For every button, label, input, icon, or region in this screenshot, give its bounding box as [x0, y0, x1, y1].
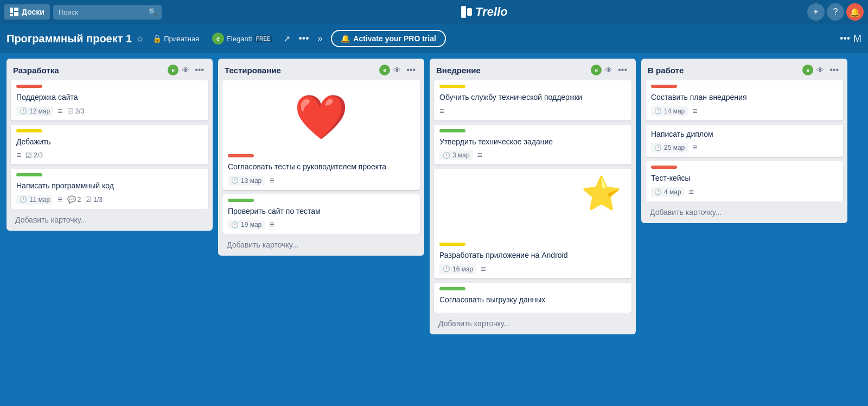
desc-icon: ≡ — [58, 195, 62, 205]
eye-icon[interactable]: 👁 — [605, 66, 612, 74]
notifications-button[interactable]: 🔔 — [846, 3, 864, 21]
date-text: 11 мар — [29, 196, 50, 204]
list-menu-vrabote[interactable]: ••• — [827, 64, 841, 76]
card-card-9[interactable]: ✏Согласовать выгрузку данных — [434, 283, 631, 313]
add-button[interactable]: + — [807, 3, 825, 21]
card-color-bar — [16, 85, 42, 88]
eye-icon[interactable]: 👁 — [393, 66, 401, 74]
date-text: 25 мар — [664, 144, 685, 151]
card-title: Тест-кейсы — [651, 173, 838, 184]
heart-icon: ❤️ — [294, 96, 348, 139]
boards-label: Доски — [22, 8, 44, 16]
star-button[interactable]: ☆ — [136, 34, 144, 44]
checklist-icon: ☑1/3 — [85, 195, 103, 204]
card-card-1[interactable]: ✏Поддержка сайта🕐12 мар≡☑2/3 — [11, 80, 208, 120]
notifications-icon: 🔔 — [850, 7, 860, 17]
list-header-testirovanie: Тестированиеe👁••• — [218, 59, 424, 80]
share-button[interactable]: ↗ — [281, 31, 292, 46]
list-title-vrabote: В работе — [648, 66, 799, 75]
card-heart-image: ❤️ — [228, 85, 414, 150]
list-menu-vnedrenie[interactable]: ••• — [616, 64, 629, 76]
expand-button[interactable]: » — [315, 31, 324, 46]
search-input[interactable] — [53, 5, 162, 20]
list-menu-razrabotka[interactable]: ••• — [193, 64, 206, 76]
card-card-3[interactable]: ✏Написать программный код🕐11 мар≡💬2☑1/3 — [11, 169, 208, 209]
list-footer-vrabote: Добавить карточку... — [641, 201, 847, 223]
list-vnedrenie: Внедрениеe👁•••✏Обучить службу техническо… — [430, 59, 636, 334]
list-cards-vnedrenie: ✏Обучить службу технической поддержки≡✏У… — [430, 80, 636, 313]
eleggantt-list-icon[interactable]: e — [591, 65, 602, 75]
desc-icon: ≡ — [439, 106, 444, 116]
eleggantt-button[interactable]: e Elegantt FREE — [208, 30, 276, 47]
logo-text: Trello — [475, 5, 508, 19]
card-color-bar — [651, 166, 677, 169]
add-card-button-vrabote[interactable]: Добавить карточку... — [647, 206, 842, 219]
card-card-12[interactable]: ✏Тест-кейсы🕐4 мар≡ — [646, 161, 843, 201]
card-title: Разработать приложение на Android — [439, 250, 626, 261]
eleggantt-list-icon[interactable]: e — [802, 65, 813, 75]
eye-icon[interactable]: 👁 — [816, 66, 824, 74]
card-title: Согласовать тесты с руководителем проект… — [228, 162, 414, 173]
card-card-11[interactable]: ✏Написать диплом🕐25 мар≡ — [646, 125, 843, 157]
boards-button[interactable]: Доски — [4, 4, 50, 20]
card-date: 🕐11 мар — [16, 195, 53, 205]
checklist-count: 2/3 — [75, 107, 85, 115]
clock-icon: 🕐 — [20, 107, 27, 115]
list-header-razrabotka: Разработкаe👁••• — [7, 59, 213, 80]
card-card-4[interactable]: ✏❤️Согласовать тесты с руководителем про… — [222, 80, 420, 190]
add-icon: + — [813, 7, 818, 17]
eleggantt-list-icon[interactable]: e — [168, 65, 178, 75]
header-m-button[interactable]: M — [853, 33, 861, 45]
date-text: 16 мар — [452, 265, 473, 273]
card-card-10[interactable]: ✏Составить план внедрения🕐14 мар≡ — [646, 80, 843, 120]
add-card-button-vnedrenie[interactable]: Добавить карточку... — [435, 317, 630, 330]
desc-icon: ≡ — [16, 150, 21, 160]
add-card-button-razrabotka[interactable]: Добавить карточку... — [12, 213, 207, 226]
card-title: Согласовать выгрузку данных — [439, 295, 626, 306]
list-razrabotka: Разработкаe👁•••✏Поддержка сайта🕐12 мар≡☑… — [7, 59, 213, 231]
date-text: 12 мар — [29, 107, 50, 115]
clock-icon: 🕐 — [443, 265, 450, 272]
list-footer-vnedrenie: Добавить карточку... — [430, 313, 636, 334]
card-meta: ≡ — [439, 106, 626, 116]
svg-rect-3 — [10, 14, 13, 16]
card-title: Проверить сайт по тестам — [228, 206, 414, 217]
card-card-8[interactable]: ✏⭐Разработать приложение на Android🕐16 м… — [434, 169, 631, 278]
clock-icon: 🕐 — [443, 152, 450, 159]
comment-count: 2 — [78, 196, 81, 204]
eye-icon[interactable]: 👁 — [182, 66, 189, 74]
more-options-button[interactable]: ••• — [297, 31, 311, 47]
checklist-count: 1/3 — [93, 196, 103, 204]
board-title: Программный проект 1 — [7, 33, 132, 45]
header-dots-button[interactable]: ••• — [840, 33, 850, 45]
desc-icon: ≡ — [692, 143, 697, 153]
pro-trial-button[interactable]: 🔔 Activate your PRO trial — [331, 30, 446, 47]
card-date: 🕐14 мар — [651, 106, 688, 116]
desc-icon: ≡ — [269, 176, 274, 186]
list-menu-testirovanie[interactable]: ••• — [404, 64, 418, 76]
card-meta: 🕐3 мар≡ — [439, 150, 626, 160]
list-cards-razrabotka: ✏Поддержка сайта🕐12 мар≡☑2/3✏Дебажить≡☑2… — [7, 80, 213, 209]
card-card-6[interactable]: ✏Обучить службу технической поддержки≡ — [434, 80, 631, 120]
list-footer-razrabotka: Добавить карточку... — [7, 209, 213, 231]
eleggantt-list-icon[interactable]: e — [379, 65, 390, 75]
card-title: Обучить службу технической поддержки — [439, 92, 626, 103]
add-card-button-testirovanie[interactable]: Добавить карточку... — [224, 238, 419, 251]
list-header-vnedrenie: Внедрениеe👁••• — [430, 59, 636, 80]
card-card-7[interactable]: ✏Утвердить техническое задание🕐3 мар≡ — [434, 125, 631, 165]
card-star-image: ⭐ — [439, 173, 626, 238]
logo-col-right — [467, 8, 472, 16]
help-button[interactable]: ? — [827, 3, 844, 21]
card-meta: 🕐14 мар≡ — [651, 106, 838, 116]
svg-rect-1 — [14, 8, 18, 11]
list-testirovanie: Тестированиеe👁•••✏❤️Согласовать тесты с … — [218, 59, 424, 256]
desc-icon: ≡ — [689, 187, 694, 197]
card-color-bar — [228, 199, 254, 202]
card-card-5[interactable]: ✏Проверить сайт по тестам🕐19 мар≡ — [222, 194, 420, 234]
privacy-badge[interactable]: 🔒 Приватная — [148, 32, 203, 45]
card-color-bar — [16, 173, 42, 176]
help-icon: ? — [833, 7, 838, 17]
desc-icon: ≡ — [477, 150, 482, 160]
comment-icon: 💬2 — [67, 195, 81, 204]
card-card-2[interactable]: ✏Дебажить≡☑2/3 — [11, 125, 208, 165]
